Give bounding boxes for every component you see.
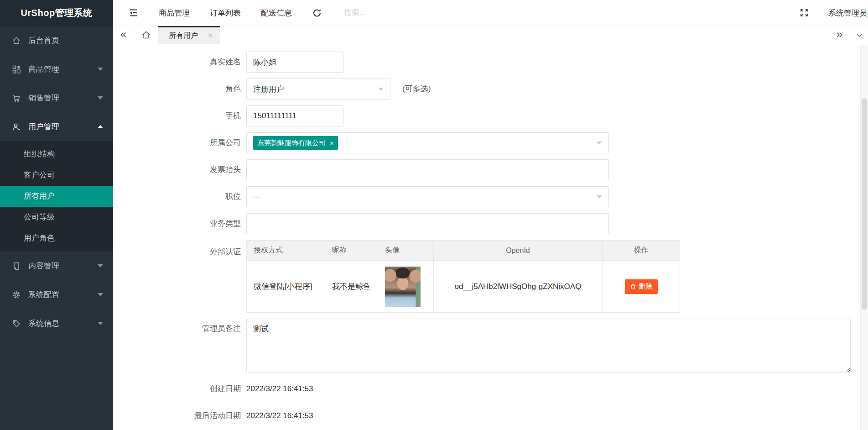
- sidebar-item-system-config[interactable]: 系统配置: [0, 280, 113, 309]
- field-label: 创建日期: [113, 378, 241, 399]
- field-label: 手机: [113, 105, 241, 126]
- sidebar-item-company-level[interactable]: 公司等级: [0, 207, 113, 228]
- sidebar-item-users[interactable]: 用户管理: [0, 112, 113, 141]
- position-select[interactable]: ---: [246, 186, 609, 207]
- form-row-role: 角色 注册用户 (可多选): [113, 79, 860, 100]
- delete-button[interactable]: 删除: [625, 279, 658, 294]
- form-row-last-active-date: 最后活动日期 2022/3/22 16:41:53: [113, 405, 860, 426]
- tabbar: « 所有用户 × »: [113, 26, 868, 44]
- tabbar-right-controls: »: [829, 26, 868, 44]
- form-row-position: 职位 ---: [113, 186, 860, 207]
- user-detail-form: 真实姓名 角色 注册用户 (可多选) 手机 所属公司 东莞韵魅服饰有限公司 ×: [113, 45, 860, 430]
- sidebar-item-system-info[interactable]: 系统信息: [0, 309, 113, 338]
- field-label: 角色: [113, 79, 241, 100]
- delete-button-label: 删除: [639, 282, 653, 291]
- field-label: 所属公司: [113, 132, 241, 153]
- company-tag-label: 东莞韵魅服饰有限公司: [257, 139, 326, 147]
- refresh-icon[interactable]: [312, 8, 322, 18]
- form-row-invoice: 发票抬头: [113, 159, 860, 180]
- sidebar-item-label: 商品管理: [28, 64, 98, 74]
- sidebar-item-org-structure[interactable]: 组织结构: [0, 144, 113, 165]
- field-label: 真实姓名: [113, 52, 241, 73]
- sidebar-item-client-company[interactable]: 客户公司: [0, 165, 113, 186]
- chevron-down-icon: [98, 96, 103, 100]
- field-label: 最后活动日期: [113, 405, 241, 426]
- sidebar-item-label: 销售管理: [28, 93, 98, 103]
- admin-remark-textarea[interactable]: 测试: [246, 319, 851, 372]
- tabs-scroll-left-icon[interactable]: «: [113, 26, 134, 44]
- user-icon: [12, 122, 21, 131]
- col-avatar: 头像: [378, 241, 434, 261]
- form-row-admin-remark: 管理员备注 测试: [113, 319, 860, 372]
- sidebar-item-label: 后台首页: [28, 35, 103, 46]
- cart-icon: [12, 94, 21, 103]
- company-tag: 东莞韵魅服饰有限公司 ×: [253, 136, 338, 150]
- tab-close-icon[interactable]: ×: [208, 31, 213, 40]
- chevron-down-icon: [98, 68, 103, 71]
- col-actions: 操作: [603, 241, 680, 261]
- tag-remove-icon[interactable]: ×: [330, 139, 334, 147]
- sidebar-item-all-users[interactable]: 所有用户: [0, 186, 113, 207]
- sidebar-item-sales[interactable]: 销售管理: [0, 84, 113, 112]
- tab-label: 所有用户: [169, 31, 198, 41]
- top-header: 商品管理 订单列表 配送信息 系统管理员: [113, 0, 868, 26]
- field-label: 外部认证: [113, 240, 241, 313]
- gear-icon: [12, 290, 21, 299]
- home-icon: [12, 36, 21, 45]
- grid-icon: [12, 65, 21, 74]
- main-area: 商品管理 订单列表 配送信息 系统管理员 « 所有用户 × »: [113, 0, 868, 430]
- fullscreen-icon[interactable]: [799, 8, 809, 18]
- document-icon: [12, 262, 21, 271]
- nickname-cell: 我不是鲸鱼: [325, 261, 378, 313]
- sidebar-item-label: 内容管理: [28, 261, 98, 271]
- sidebar-item-products[interactable]: 商品管理: [0, 55, 113, 84]
- chevron-down-icon: [98, 293, 103, 296]
- real-name-input[interactable]: [246, 52, 343, 73]
- business-type-input[interactable]: [246, 213, 609, 234]
- nav-item-orders[interactable]: 订单列表: [210, 8, 241, 18]
- chevron-down-icon: [597, 195, 602, 199]
- invoice-title-input[interactable]: [246, 159, 609, 180]
- tabs-menu-icon[interactable]: [850, 26, 868, 44]
- vertical-scrollbar[interactable]: [860, 45, 868, 430]
- header-right: 系统管理员: [799, 8, 868, 18]
- sidebar-item-home[interactable]: 后台首页: [0, 26, 113, 55]
- users-submenu: 组织结构 客户公司 所有用户 公司等级 用户角色: [0, 141, 113, 252]
- sidebar-item-user-role[interactable]: 用户角色: [0, 228, 113, 249]
- field-label: 管理员备注: [113, 319, 241, 372]
- chevron-down-icon: [98, 264, 103, 267]
- nav-item-delivery[interactable]: 配送信息: [261, 8, 292, 18]
- field-label: 业务类型: [113, 213, 241, 234]
- current-user[interactable]: 系统管理员: [828, 8, 868, 18]
- chevron-up-icon: [98, 125, 103, 128]
- sidebar-item-content[interactable]: 内容管理: [0, 252, 113, 280]
- table-header-row: 授权方式 昵称 头像 OpenId 操作: [247, 241, 680, 261]
- sidebar-item-label: 用户管理: [28, 121, 98, 132]
- form-row-real-name: 真实姓名: [113, 52, 860, 73]
- sidebar-item-label: 系统信息: [28, 318, 98, 329]
- avatar-image: [385, 267, 421, 307]
- col-nickname: 昵称: [325, 241, 378, 261]
- tag-icon: [12, 319, 21, 328]
- field-label: 职位: [113, 186, 241, 207]
- role-select[interactable]: 注册用户: [246, 79, 390, 100]
- actions-cell: 删除: [603, 261, 680, 313]
- form-row-created-date: 创建日期 2022/3/22 16:41:53: [113, 378, 860, 399]
- form-row-company: 所属公司 东莞韵魅服饰有限公司 ×: [113, 132, 860, 153]
- created-date-value: 2022/3/22 16:41:53: [246, 378, 313, 399]
- tab-home-icon[interactable]: [134, 26, 158, 44]
- field-label: 发票抬头: [113, 159, 241, 180]
- col-auth-method: 授权方式: [247, 241, 325, 261]
- chevron-down-icon: [597, 142, 602, 145]
- col-openid: OpenId: [434, 241, 603, 261]
- form-row-phone: 手机: [113, 105, 860, 126]
- external-auth-table: 授权方式 昵称 头像 OpenId 操作 微信登陆[小程序] 我不是鲸鱼 od_…: [246, 240, 680, 313]
- phone-input[interactable]: [246, 105, 343, 126]
- company-multiselect[interactable]: 东莞韵魅服饰有限公司 ×: [246, 132, 609, 153]
- tabs-scroll-right-icon[interactable]: »: [829, 26, 850, 44]
- menu-fold-icon[interactable]: [129, 8, 139, 18]
- tab-all-users[interactable]: 所有用户 ×: [158, 26, 220, 44]
- nav-item-products[interactable]: 商品管理: [159, 8, 190, 18]
- search-input[interactable]: [344, 8, 444, 17]
- scrollbar-thumb[interactable]: [862, 99, 867, 309]
